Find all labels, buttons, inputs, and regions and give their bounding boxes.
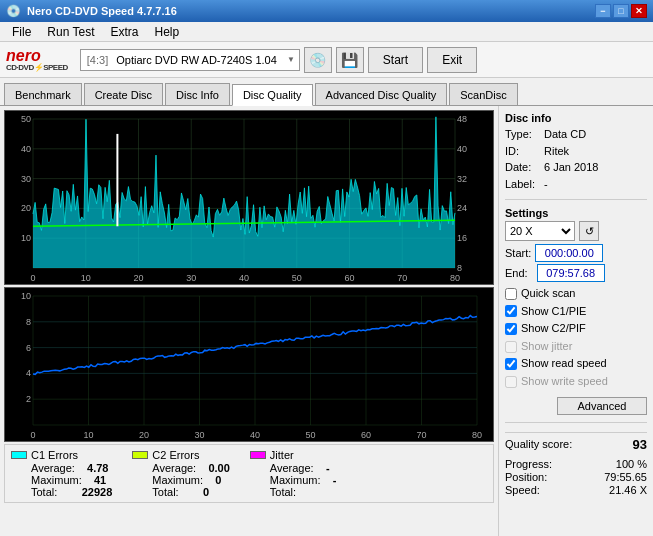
refresh-button[interactable]: ↺: [579, 221, 599, 241]
main-content: C1 Errors Average: 4.78 Maximum: 41 Tota…: [0, 106, 653, 536]
progress-label: Progress:: [505, 458, 552, 470]
disc-type-label: Type:: [505, 126, 540, 143]
jitter-label: Jitter: [270, 449, 294, 461]
start-button[interactable]: Start: [368, 47, 423, 73]
disc-icon-button[interactable]: 💿: [304, 47, 332, 73]
show-jitter-checkbox[interactable]: [505, 341, 517, 353]
exit-button[interactable]: Exit: [427, 47, 477, 73]
c2-avg: Average: 0.00: [152, 462, 229, 474]
tab-disc-info[interactable]: Disc Info: [165, 83, 230, 105]
chart-top: [4, 110, 494, 285]
show-write-speed-row: Show write speed: [505, 373, 647, 391]
menu-extra[interactable]: Extra: [102, 23, 146, 41]
start-label: Start:: [505, 247, 531, 259]
legend-c1-title: C1 Errors: [11, 449, 112, 461]
divider-1: [505, 199, 647, 200]
tab-benchmark[interactable]: Benchmark: [4, 83, 82, 105]
position-label: Position:: [505, 471, 547, 483]
menu-help[interactable]: Help: [147, 23, 188, 41]
quality-score-label: Quality score:: [505, 438, 572, 450]
divider-2: [505, 422, 647, 423]
speed-value: 21.46 X: [609, 484, 647, 496]
speed-row-progress: Speed: 21.46 X: [505, 484, 647, 496]
advanced-btn-container: Advanced: [505, 395, 647, 415]
quality-score-row: Quality score: 93: [505, 432, 647, 452]
legend-jitter: Jitter Average: - Maximum: - Total:: [250, 449, 337, 498]
show-jitter-label: Show jitter: [521, 338, 572, 356]
tab-create-disc[interactable]: Create Disc: [84, 83, 163, 105]
legend: C1 Errors Average: 4.78 Maximum: 41 Tota…: [4, 444, 494, 503]
progress-row: Progress: 100 %: [505, 458, 647, 470]
drive-label: [4:3]: [87, 54, 108, 66]
c2-color-swatch: [132, 451, 148, 459]
show-c2-label: Show C2/PIF: [521, 320, 586, 338]
charts-area: C1 Errors Average: 4.78 Maximum: 41 Tota…: [0, 106, 498, 536]
c1-error-chart: [5, 111, 485, 284]
c1-label: C1 Errors: [31, 449, 78, 461]
progress-value: 100 %: [616, 458, 647, 470]
show-jitter-row: Show jitter: [505, 338, 647, 356]
disc-type-value: Data CD: [544, 126, 586, 143]
speed-label: Speed:: [505, 484, 540, 496]
end-time-input[interactable]: 079:57.68: [537, 264, 605, 282]
show-c2-checkbox[interactable]: [505, 323, 517, 335]
jitter-color-swatch: [250, 451, 266, 459]
checkboxes-section: Quick scan Show C1/PIE Show C2/PIF Show …: [505, 285, 647, 391]
disc-label-row: Label: -: [505, 176, 647, 193]
disc-label-label: Label:: [505, 176, 540, 193]
quality-score-value: 93: [633, 437, 647, 452]
show-write-speed-checkbox[interactable]: [505, 376, 517, 388]
quick-scan-checkbox[interactable]: [505, 288, 517, 300]
disc-date-value: 6 Jan 2018: [544, 159, 598, 176]
disc-id-label: ID:: [505, 143, 540, 160]
title-bar-left: 💿 Nero CD-DVD Speed 4.7.7.16: [6, 4, 177, 18]
quick-scan-row: Quick scan: [505, 285, 647, 303]
c1-avg: Average: 4.78: [31, 462, 112, 474]
c1-color-swatch: [11, 451, 27, 459]
c2-label: C2 Errors: [152, 449, 199, 461]
disc-id-value: Ritek: [544, 143, 569, 160]
disc-label-value: -: [544, 176, 548, 193]
tab-advanced-disc-quality[interactable]: Advanced Disc Quality: [315, 83, 448, 105]
close-button[interactable]: ✕: [631, 4, 647, 18]
chart-bottom: [4, 287, 494, 442]
maximize-button[interactable]: □: [613, 4, 629, 18]
tab-scan-disc[interactable]: ScanDisc: [449, 83, 517, 105]
legend-c2-title: C2 Errors: [132, 449, 229, 461]
disc-date-row: Date: 6 Jan 2018: [505, 159, 647, 176]
legend-c2: C2 Errors Average: 0.00 Maximum: 0 Total…: [132, 449, 229, 498]
show-c1-checkbox[interactable]: [505, 305, 517, 317]
progress-section: Progress: 100 % Position: 79:55.65 Speed…: [505, 458, 647, 496]
right-panel: Disc info Type: Data CD ID: Ritek Date: …: [498, 106, 653, 536]
speed-selector[interactable]: 20 X Max 1 X 4 X 8 X 16 X 32 X 48 X: [505, 221, 575, 241]
legend-jitter-title: Jitter: [250, 449, 337, 461]
menu-file[interactable]: File: [4, 23, 39, 41]
c2-max: Maximum: 0: [152, 474, 229, 486]
show-c1-label: Show C1/PIE: [521, 303, 586, 321]
show-read-speed-checkbox[interactable]: [505, 358, 517, 370]
settings-title: Settings: [505, 207, 647, 219]
menu-run-test[interactable]: Run Test: [39, 23, 102, 41]
jitter-stats: Average: - Maximum: - Total:: [250, 462, 337, 498]
nero-brand-text: nero: [6, 48, 41, 64]
advanced-button[interactable]: Advanced: [557, 397, 647, 415]
app-icon: 💿: [6, 4, 21, 18]
c2-total: Total: 0: [152, 486, 229, 498]
tab-disc-quality[interactable]: Disc Quality: [232, 84, 313, 106]
jitter-total: Total:: [270, 486, 337, 498]
disc-id-row: ID: Ritek: [505, 143, 647, 160]
disc-info-title: Disc info: [505, 112, 647, 124]
cd-dvd-speed-text: CD·DVD⚡SPEED: [6, 64, 68, 72]
read-speed-chart: [5, 288, 485, 441]
tab-bar: Benchmark Create Disc Disc Info Disc Qua…: [0, 78, 653, 106]
end-label: End:: [505, 267, 528, 279]
c2-stats: Average: 0.00 Maximum: 0 Total: 0: [132, 462, 229, 498]
title-bar: 💿 Nero CD-DVD Speed 4.7.7.16 − □ ✕: [0, 0, 653, 22]
drive-selector[interactable]: [4:3] Optiarc DVD RW AD-7240S 1.04 ▼: [80, 49, 300, 71]
save-button[interactable]: 💾: [336, 47, 364, 73]
show-read-speed-row: Show read speed: [505, 355, 647, 373]
show-c2-row: Show C2/PIF: [505, 320, 647, 338]
start-time-input[interactable]: 000:00.00: [535, 244, 603, 262]
nero-logo: nero CD·DVD⚡SPEED: [6, 48, 68, 72]
minimize-button[interactable]: −: [595, 4, 611, 18]
